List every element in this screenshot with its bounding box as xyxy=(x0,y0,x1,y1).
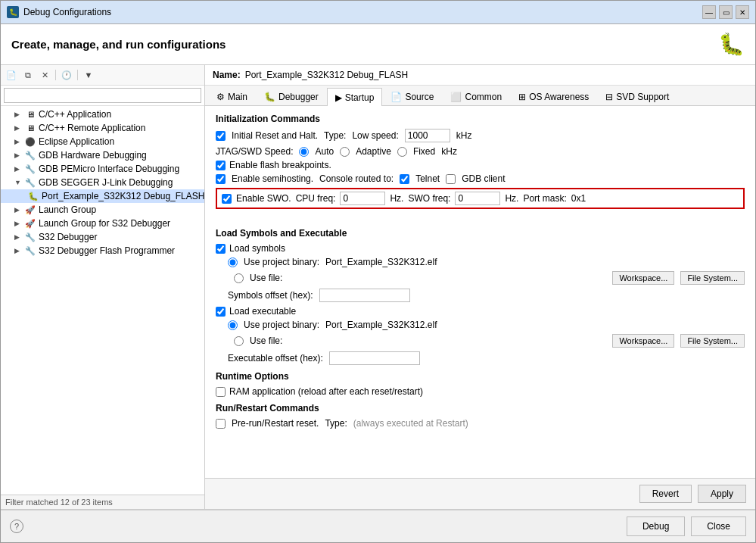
title-bar-left: 🐛 Debug Configurations xyxy=(7,6,111,18)
cpp-app-icon: 🖥 xyxy=(25,110,36,119)
port-example-icon: 🐛 xyxy=(28,192,39,201)
tree-item-gdb-pemicro[interactable]: ▶ 🔧 GDB PEMicro Interface Debugging xyxy=(1,162,204,176)
pre-run-always-label: (always executed at Restart) xyxy=(353,418,468,429)
gdb-pemicro-label: GDB PEMicro Interface Debugging xyxy=(39,164,179,174)
jtag-speed-row: JTAG/SWD Speed: Auto Adaptive Fixed kHz xyxy=(216,146,745,157)
cpu-freq-unit: Hz. xyxy=(390,193,403,204)
enable-swo-checkbox[interactable] xyxy=(222,194,232,204)
tab-debugger[interactable]: 🐛 Debugger xyxy=(256,88,327,105)
bug-icon: 🐛 xyxy=(718,32,745,57)
ram-application-checkbox[interactable] xyxy=(216,387,226,397)
tree-item-launch-group-s32[interactable]: ▶ 🚀 Launch Group for S32 Debugger xyxy=(1,217,204,230)
tree-item-s32-debugger[interactable]: ▶ 🔧 S32 Debugger xyxy=(1,230,204,244)
left-panel: 📄 ⧉ ✕ 🕐 ▼ ▶ 🖥 C/C++ Application xyxy=(1,65,205,509)
bottom-action-bar: Revert Apply xyxy=(205,478,755,509)
symbols-offset-input[interactable] xyxy=(319,289,410,302)
flash-breakpoints-checkbox[interactable] xyxy=(216,161,226,170)
expand-arrow: ▼ xyxy=(14,179,22,186)
load-executable-checkbox[interactable] xyxy=(216,307,226,317)
search-input[interactable] xyxy=(4,88,201,103)
launch-group-icon: 🚀 xyxy=(25,205,36,215)
expand-arrow: ▶ xyxy=(14,151,22,159)
close-button[interactable]: Close xyxy=(691,516,746,536)
tab-common[interactable]: ⬜ Common xyxy=(442,88,510,105)
initial-reset-row: Initial Reset and Halt. Type: Low speed:… xyxy=(216,129,745,142)
tab-os-awareness[interactable]: ⊞ OS Awareness xyxy=(510,88,597,105)
filter-button[interactable]: ▼ xyxy=(81,67,96,83)
tab-main[interactable]: ⚙ Main xyxy=(208,88,256,105)
apply-button[interactable]: Apply xyxy=(698,485,746,503)
port-mask-value: 0x1 xyxy=(571,193,586,204)
close-window-button[interactable]: ✕ xyxy=(736,5,749,19)
duplicate-button[interactable]: ⧉ xyxy=(20,67,36,83)
load-symbols-checkbox[interactable] xyxy=(216,244,226,254)
flash-breakpoints-row: Enable flash breakpoints. xyxy=(216,160,745,170)
jtag-adaptive-radio[interactable] xyxy=(340,147,350,157)
tree-item-cpp-app[interactable]: ▶ 🖥 C/C++ Application xyxy=(1,108,204,121)
tree-item-s32-flash[interactable]: ▶ 🔧 S32 Debugger Flash Programmer xyxy=(1,244,204,257)
eclipse-icon: ⚫ xyxy=(25,137,36,147)
delete-button[interactable]: ✕ xyxy=(37,67,52,83)
swo-freq-label: SWO freq: xyxy=(408,193,450,204)
load-executable-row: Load executable xyxy=(216,306,745,317)
run-restart-title: Run/Restart Commands xyxy=(216,403,745,413)
tree-item-eclipse[interactable]: ▶ ⚫ Eclipse Application xyxy=(1,135,204,148)
jtag-auto-radio[interactable] xyxy=(299,147,309,157)
cpp-remote-icon: 🖥 xyxy=(25,123,36,133)
tab-source[interactable]: 📄 Source xyxy=(382,88,442,105)
use-file-exe-row: Use file: Workspace... File System... xyxy=(216,334,745,348)
revert-button[interactable]: Revert xyxy=(639,485,692,503)
executable-offset-row: Executable offset (hex): xyxy=(228,351,745,365)
cpu-freq-input[interactable] xyxy=(340,192,385,205)
maximize-button[interactable]: ▭ xyxy=(719,5,733,19)
minimize-button[interactable]: — xyxy=(702,5,716,19)
filesystem-exe-button[interactable]: File System... xyxy=(680,334,745,348)
runtime-options-title: Runtime Options xyxy=(216,371,745,382)
low-speed-input[interactable] xyxy=(405,129,450,142)
gdb-hardware-label: GDB Hardware Debugging xyxy=(39,150,147,161)
use-project-binary-sym-radio[interactable] xyxy=(228,257,238,267)
tree-item-launch-group[interactable]: ▶ 🚀 Launch Group xyxy=(1,203,204,217)
main-tab-label: Main xyxy=(228,92,247,102)
type-label: Type: xyxy=(324,130,346,141)
s32-flash-label: S32 Debugger Flash Programmer xyxy=(39,245,175,256)
tree-item-gdb-segger[interactable]: ▼ 🔧 GDB SEGGER J-Link Debugging xyxy=(1,176,204,189)
filesystem-sym-button[interactable]: File System... xyxy=(680,271,745,285)
initial-reset-checkbox[interactable] xyxy=(216,131,226,141)
executable-offset-input[interactable] xyxy=(329,351,420,365)
jtag-auto-label: Auto xyxy=(315,146,334,157)
pre-run-reset-checkbox[interactable] xyxy=(216,419,226,429)
separator1 xyxy=(55,70,56,80)
tab-svd-support[interactable]: ⊟ SVD Support xyxy=(597,88,677,105)
action-buttons: Revert Apply xyxy=(639,485,746,503)
help-icon[interactable]: ? xyxy=(10,520,23,533)
workspace-sym-button[interactable]: Workspace... xyxy=(612,271,674,285)
filter-history-button[interactable]: 🕐 xyxy=(59,67,74,83)
tree-item-port-example[interactable]: 🐛 Port_Example_S32K312 Debug_FLASH xyxy=(1,189,204,203)
use-file-exe-radio[interactable] xyxy=(234,336,244,346)
gdb-hw-icon: 🔧 xyxy=(25,151,36,161)
symbols-offset-row: Symbols offset (hex): xyxy=(228,289,745,302)
swo-freq-unit: Hz. xyxy=(505,193,518,204)
telnet-checkbox[interactable] xyxy=(400,174,409,184)
use-file-sym-radio[interactable] xyxy=(234,273,244,283)
workspace-exe-button[interactable]: Workspace... xyxy=(612,334,674,348)
tree-item-gdb-hardware[interactable]: ▶ 🔧 GDB Hardware Debugging xyxy=(1,148,204,162)
window-icon: 🐛 xyxy=(7,6,19,18)
gdb-client-checkbox[interactable] xyxy=(446,174,456,184)
tabs-bar: ⚙ Main 🐛 Debugger ▶ Startup 📄 Source ⬜ xyxy=(205,86,755,106)
ram-application-row: RAM application (reload after each reset… xyxy=(216,386,745,397)
semihosting-checkbox[interactable] xyxy=(216,174,226,184)
use-project-binary-exe-radio[interactable] xyxy=(228,320,238,330)
jtag-fixed-radio[interactable] xyxy=(397,147,407,157)
swo-freq-input[interactable] xyxy=(455,192,500,205)
debug-button[interactable]: Debug xyxy=(627,516,685,536)
low-speed-label: Low speed: xyxy=(352,130,398,141)
new-config-button[interactable]: 📄 xyxy=(4,67,19,83)
startup-tab-label: Startup xyxy=(345,92,375,103)
tab-startup[interactable]: ▶ Startup xyxy=(327,88,383,106)
cpp-remote-label: C/C++ Remote Application xyxy=(39,123,145,133)
tree-item-cpp-remote[interactable]: ▶ 🖥 C/C++ Remote Application xyxy=(1,121,204,135)
header-title: Create, manage, and run configurations xyxy=(11,38,226,51)
expand-arrow: ▶ xyxy=(14,111,22,118)
